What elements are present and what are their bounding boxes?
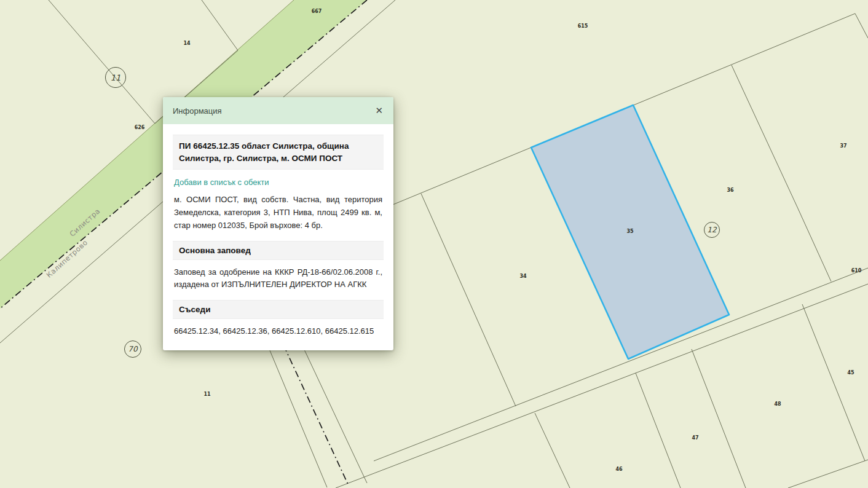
parcel-details-text: м. ОСМИ ПОСТ, вид собств. Частна, вид те… bbox=[174, 194, 382, 232]
close-icon[interactable]: ✕ bbox=[373, 105, 385, 117]
parcel-title: ПИ 66425.12.35 област Силистра, община С… bbox=[173, 135, 384, 170]
add-to-object-list-link[interactable]: Добави в списък с обекти bbox=[174, 178, 269, 187]
section-heading-neighbors: Съседи bbox=[173, 300, 384, 319]
map-canvas[interactable]: 667146266153736353461045484746113111270С… bbox=[0, 0, 868, 488]
section-text-main-order: Заповед за одобрение на КККР РД-18-66/02… bbox=[174, 266, 382, 292]
selected-parcel[interactable] bbox=[531, 105, 729, 359]
popup-body: ПИ 66425.12.35 област Силистра, община С… bbox=[163, 124, 393, 350]
popup-title: Информация bbox=[173, 106, 222, 116]
info-popup: Информация ✕ ПИ 66425.12.35 област Силис… bbox=[163, 97, 393, 350]
popup-header: Информация ✕ bbox=[163, 97, 393, 124]
section-text-neighbors: 66425.12.34, 66425.12.36, 66425.12.610, … bbox=[174, 325, 382, 338]
section-heading-main-order: Основна заповед bbox=[173, 241, 384, 260]
map-svg bbox=[0, 0, 868, 488]
